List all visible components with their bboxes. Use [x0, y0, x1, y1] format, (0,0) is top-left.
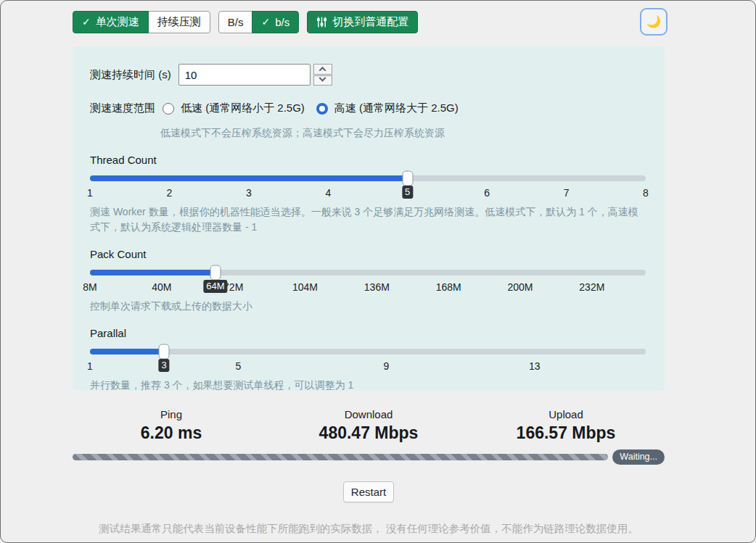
slider-tick: 8 [643, 187, 649, 199]
check-icon: ✓ [261, 17, 270, 27]
metrics-row: Ping 6.20 ms Download 480.47 Mbps Upload… [73, 408, 665, 443]
upload-label: Upload [467, 408, 665, 420]
slider-tick: 6 [484, 187, 490, 199]
slider-value-badge: 3 [158, 359, 169, 372]
chevron-up-icon [319, 67, 326, 74]
duration-label: 测速持续时间 (s) [90, 68, 171, 82]
disclaimer-text: 测试结果通常只能代表当前设备性能下所能跑到的实际数据， 没有任何理论参考价值，不… [73, 522, 665, 536]
dark-mode-toggle[interactable]: 🌙 [640, 8, 667, 36]
radio-icon [316, 103, 328, 115]
switch-config-label: 切换到普通配置 [332, 15, 408, 29]
speedtest-app: ✓ 单次测速 持续压测 B/s ✓ b/s [73, 7, 665, 536]
download-metric: Download 480.47 Mbps [270, 408, 467, 443]
progress-row: Waiting... [73, 449, 665, 465]
ping-metric: Ping 6.20 ms [73, 408, 270, 443]
radio-high-speed-label: 高速 (通常网络大于 2.5G) [334, 101, 459, 115]
slider-tick: 1 [87, 360, 93, 372]
check-icon: ✓ [82, 17, 91, 27]
single-test-button[interactable]: ✓ 单次测速 [73, 11, 149, 33]
slider-fill [90, 270, 215, 275]
slider-tick: 200M [508, 281, 533, 293]
upload-value: 166.57 Mbps [467, 423, 665, 443]
thread-count-slider-section: Thread Count 5 12345678 测速 Worker 数量，根据你… [90, 154, 646, 236]
duration-input[interactable] [178, 64, 311, 86]
duration-stepper [313, 64, 332, 86]
toolbar: ✓ 单次测速 持续压测 B/s ✓ b/s [73, 7, 665, 37]
unit-bits-label: b/s [275, 16, 289, 28]
slider-tick: 7 [564, 187, 570, 199]
slider-tick: 2 [167, 187, 173, 199]
pack-count-slider-section: Pack Count 64M 8M40M72M104M136M168M200M2… [90, 248, 646, 315]
slider-track[interactable] [90, 270, 646, 275]
radio-high-speed[interactable]: 高速 (通常网络大于 2.5G) [316, 101, 459, 115]
slider-handle[interactable] [210, 265, 221, 281]
slider-tick: 1 [87, 187, 93, 199]
config-panel: 测速持续时间 (s) 测速速度范围 低速 (通常网络小于 2.5G) 高速 (通… [73, 46, 665, 391]
radio-low-speed[interactable]: 低速 (通常网络小于 2.5G) [163, 101, 305, 115]
parallal-slider-section: Parallal 3 15913 并行数量，推荐 3 个，如果想要测试单线程，可… [90, 327, 646, 394]
unit-group: B/s ✓ b/s [218, 11, 299, 33]
chevron-down-icon [319, 75, 326, 82]
slider-tick: 13 [529, 360, 541, 372]
duration-row: 测速持续时间 (s) [90, 64, 646, 86]
speed-range-row: 测速速度范围 低速 (通常网络小于 2.5G) 高速 (通常网络大于 2.5G) [90, 101, 646, 115]
ping-label: Ping [73, 408, 270, 420]
continuous-test-button[interactable]: 持续压测 [148, 11, 210, 33]
slider-tick: 136M [364, 281, 390, 293]
thread-count-hint: 测速 Worker 数量，根据你的机器性能适当选择。一般来说 3 个足够满足万兆… [90, 204, 646, 236]
slider-ticks: 64M 8M40M72M104M136M168M200M232M [90, 280, 646, 294]
speed-range-hint: 低速模式下不会压榨系统资源；高速模式下会尽力压榨系统资源 [160, 125, 646, 141]
slider-handle[interactable] [402, 170, 413, 186]
download-value: 480.47 Mbps [270, 423, 467, 443]
switch-config-button[interactable]: 切换到普通配置 [307, 11, 418, 33]
test-mode-group: ✓ 单次测速 持续压测 [73, 11, 210, 33]
slider-fill [90, 349, 164, 355]
slider-value-badge: 5 [402, 186, 413, 199]
slider-ticks: 3 15913 [90, 359, 646, 373]
thread-count-label: Thread Count [90, 154, 646, 166]
single-test-label: 单次测速 [96, 15, 139, 29]
pack-count-label: Pack Count [90, 248, 646, 260]
status-badge: Waiting... [612, 449, 665, 465]
restart-button[interactable]: Restart [343, 481, 394, 502]
slider-tick: 5 [235, 360, 241, 372]
slider-tick: 104M [292, 281, 318, 293]
slider-value-badge: 64M [203, 280, 227, 293]
stepper-up-button[interactable] [313, 64, 332, 75]
radio-icon [163, 103, 174, 115]
results-section: Ping 6.20 ms Download 480.47 Mbps Upload… [73, 408, 665, 465]
sliders-icon [316, 17, 327, 28]
progress-bar [73, 454, 608, 460]
slider-track[interactable] [90, 175, 646, 181]
slider-fill [90, 175, 408, 181]
upload-metric: Upload 166.57 Mbps [467, 408, 665, 443]
moon-icon: 🌙 [646, 16, 661, 28]
slider-tick: 3 [246, 187, 252, 199]
slider-tick: 40M [152, 281, 171, 293]
slider-tick: 8M [83, 281, 96, 293]
restart-row: Restart [73, 481, 665, 502]
parallal-label: Parallal [90, 327, 646, 339]
slider-tick: 232M [579, 281, 604, 293]
ping-value: 6.20 ms [73, 423, 270, 443]
speed-range-label: 测速速度范围 [90, 101, 155, 115]
unit-bytes-label: B/s [228, 16, 244, 28]
parallal-hint: 并行数量，推荐 3 个，如果想要测试单线程，可以调整为 1 [90, 378, 646, 394]
slider-tick: 4 [325, 187, 331, 199]
unit-bits-button[interactable]: ✓ b/s [252, 11, 299, 33]
slider-handle[interactable] [159, 344, 170, 359]
radio-low-speed-label: 低速 (通常网络小于 2.5G) [181, 101, 305, 115]
slider-ticks: 5 12345678 [90, 186, 646, 199]
slider-track[interactable] [90, 349, 646, 355]
slider-tick: 9 [384, 360, 390, 372]
unit-bytes-button[interactable]: B/s [218, 11, 253, 33]
stepper-down-button[interactable] [313, 75, 332, 86]
download-label: Download [270, 408, 467, 420]
slider-tick: 168M [436, 281, 461, 293]
pack-count-hint: 控制单次请求下载或上传的数据大小 [90, 299, 646, 315]
continuous-test-label: 持续压测 [157, 15, 201, 29]
